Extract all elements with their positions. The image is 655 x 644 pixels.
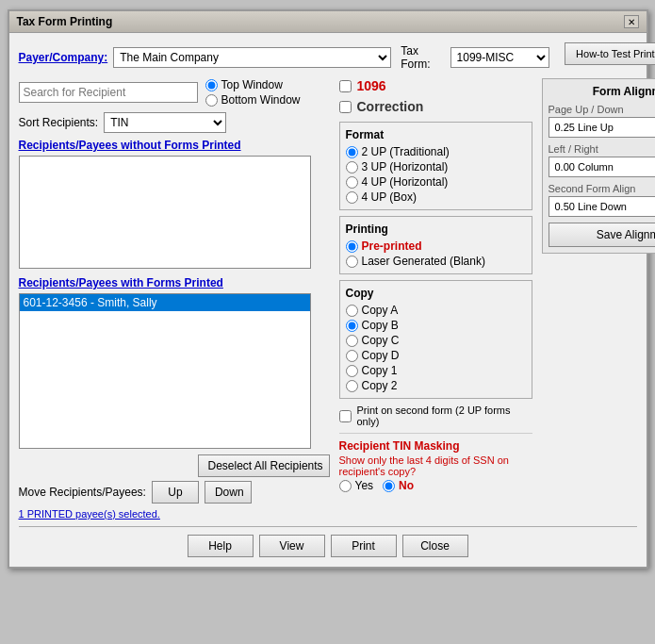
- label-1096: 1096: [357, 78, 386, 93]
- copy-b-radio[interactable]: [346, 320, 358, 332]
- sort-label: Sort Recipients:: [19, 116, 99, 129]
- copy-1-radio[interactable]: [346, 365, 358, 377]
- with-forms-header: Recipients/Payees with Forms Printed: [19, 276, 330, 289]
- company-select[interactable]: The Main Company: [113, 47, 391, 68]
- copy-2-radio[interactable]: [346, 380, 358, 392]
- copy-title: Copy: [346, 287, 526, 300]
- tin-title: Recipient TIN Masking: [339, 439, 532, 453]
- title-bar: Tax Form Printing ✕: [9, 11, 647, 33]
- view-btn[interactable]: View: [259, 535, 325, 557]
- window-title: Tax Form Printing: [17, 15, 113, 28]
- tin-no-label[interactable]: No: [383, 479, 414, 492]
- page-updown-select[interactable]: 0.25 Line Up: [549, 117, 656, 138]
- taxform-label: Tax Form:: [401, 44, 444, 71]
- close-icon[interactable]: ✕: [624, 15, 639, 28]
- main-window: Tax Form Printing ✕ Payer/Company: The M…: [8, 9, 648, 569]
- print-second-checkbox[interactable]: [339, 410, 352, 422]
- up-btn[interactable]: Up: [152, 481, 199, 504]
- list-item[interactable]: 601-12-3456 - Smith, Sally: [20, 294, 310, 311]
- format-options: 2 UP (Traditional) 3 UP (Horizontal) 4 U…: [346, 145, 526, 204]
- page-updown-label: Page Up / Down: [549, 104, 656, 115]
- format-4up-box-radio[interactable]: [346, 191, 358, 204]
- printing-options: Pre-printed Laser Generated (Blank): [346, 239, 526, 268]
- print-btn[interactable]: Print: [331, 535, 397, 557]
- copy-c-radio[interactable]: [346, 335, 358, 347]
- down-btn[interactable]: Down: [205, 481, 252, 504]
- save-alignment-btn[interactable]: Save Alignment: [549, 223, 656, 247]
- second-form-label: Second Form Align: [549, 183, 656, 194]
- preprinted-radio[interactable]: [346, 240, 358, 253]
- tin-yes-label[interactable]: Yes: [339, 479, 374, 492]
- copy-a-radio[interactable]: [346, 305, 358, 317]
- bottom-window-radio[interactable]: [205, 94, 218, 107]
- left-right-label: Left / Right: [549, 143, 656, 155]
- deselect-btn[interactable]: Deselect All Recipients: [198, 454, 330, 477]
- how-to-btn[interactable]: How-to Test Print Alignment: [565, 42, 655, 65]
- search-input[interactable]: [19, 82, 198, 103]
- format-4up-box-label[interactable]: 4 UP (Box): [346, 190, 526, 204]
- copy-options: Copy A Copy B Copy C Copy D: [346, 304, 526, 392]
- top-window-radio-label[interactable]: Top Window: [205, 78, 301, 91]
- copy-2-label[interactable]: Copy 2: [346, 379, 526, 392]
- tin-yes-radio[interactable]: [339, 480, 352, 492]
- copy-b-label[interactable]: Copy B: [346, 319, 526, 332]
- laser-label[interactable]: Laser Generated (Blank): [346, 255, 526, 268]
- copy-a-label[interactable]: Copy A: [346, 304, 526, 317]
- left-right-select[interactable]: 0.00 Column: [549, 157, 656, 177]
- format-2up-radio[interactable]: [346, 146, 358, 158]
- form-alignment-title: Form Alignment: [549, 85, 656, 98]
- bottom-window-radio-label[interactable]: Bottom Window: [205, 93, 301, 107]
- help-btn[interactable]: Help: [188, 535, 254, 557]
- close-btn[interactable]: Close: [402, 535, 468, 557]
- format-2up-label[interactable]: 2 UP (Traditional): [346, 145, 526, 158]
- tin-question: Show only the last 4 digits of SSN on re…: [339, 454, 532, 477]
- checkbox-correction[interactable]: [339, 101, 352, 113]
- format-3up-radio[interactable]: [346, 161, 358, 173]
- printing-title: Printing: [346, 223, 526, 236]
- print-second-label: Print on second form (2 UP forms only): [357, 405, 532, 427]
- copy-c-label[interactable]: Copy C: [346, 334, 526, 347]
- with-forms-list[interactable]: 601-12-3456 - Smith, Sally: [19, 293, 311, 449]
- copy-d-label[interactable]: Copy D: [346, 349, 526, 362]
- taxform-select[interactable]: 1099-MISC: [450, 47, 549, 68]
- format-4up-horiz-label[interactable]: 4 UP (Horizontal): [346, 175, 526, 189]
- top-window-radio[interactable]: [205, 79, 218, 91]
- copy-1-label[interactable]: Copy 1: [346, 364, 526, 377]
- laser-radio[interactable]: [346, 256, 358, 268]
- format-title: Format: [346, 128, 526, 141]
- copy-d-radio[interactable]: [346, 350, 358, 362]
- printed-link[interactable]: 1 PRINTED payee(s) selected.: [19, 508, 160, 520]
- tin-no-radio[interactable]: [383, 480, 395, 492]
- move-label: Move Recipients/Payees:: [19, 486, 146, 499]
- label-correction: Correction: [357, 99, 424, 114]
- preprinted-label[interactable]: Pre-printed: [346, 239, 526, 253]
- sort-select[interactable]: TIN: [104, 112, 226, 133]
- without-forms-header: Recipients/Payees without Forms Printed: [19, 139, 330, 152]
- payer-label: Payer/Company:: [19, 51, 108, 64]
- without-forms-list[interactable]: [19, 156, 311, 269]
- format-3up-label[interactable]: 3 UP (Horizontal): [346, 160, 526, 173]
- checkbox-1096[interactable]: [339, 80, 352, 92]
- second-form-select[interactable]: 0.50 Line Down: [549, 196, 656, 217]
- format-4up-horiz-radio[interactable]: [346, 176, 358, 189]
